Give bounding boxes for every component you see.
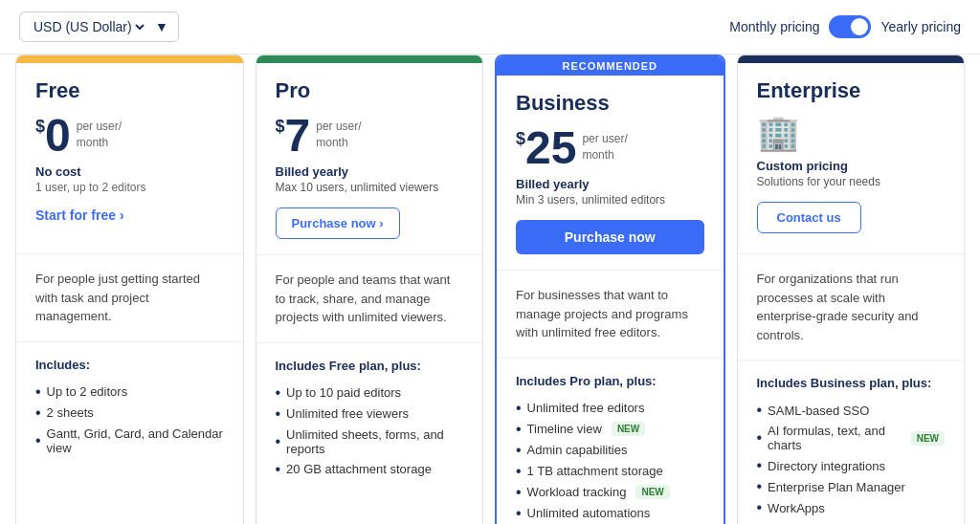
- feature-text: 1 TB attachment storage: [527, 464, 663, 478]
- no-cost-label: No cost: [35, 164, 224, 179]
- price-amount: 7: [285, 113, 311, 159]
- pricing-toggle-switch[interactable]: [829, 15, 871, 38]
- plan-header: Enterprise 🏢 Custom pricing Solutions fo…: [738, 63, 965, 254]
- feature-text: Enterprise Plan Manager: [768, 480, 905, 494]
- plan-users: Min 3 users, unlimited editors: [516, 193, 704, 207]
- plan-cta: Purchase now ›: [276, 207, 464, 239]
- price-amount: 25: [525, 125, 576, 171]
- feature-text: Unlimited automations: [527, 506, 651, 520]
- feature-item: Unlimited free viewers: [276, 404, 464, 425]
- feature-item: WorkApps: [757, 497, 946, 518]
- plan-description: For businesses that want to manage proje…: [497, 271, 724, 359]
- feature-item: Unlimited sheets, forms, and reports: [276, 425, 464, 459]
- purchase-now-button-pro[interactable]: Purchase now ›: [276, 207, 400, 239]
- plan-billing: Billed yearly: [276, 164, 464, 179]
- plan-name: Pro: [276, 78, 464, 103]
- plans-container: Free $ 0 per user/month No cost 1 user, …: [0, 55, 980, 524]
- plan-name: Enterprise: [757, 78, 946, 103]
- feature-item: Unlimited free editors: [516, 398, 704, 419]
- feature-text: Timeline view: [527, 422, 602, 436]
- feature-item: Unlimited automations: [516, 503, 704, 524]
- feature-list: Up to 10 paid editorsUnlimited free view…: [276, 382, 464, 480]
- plan-price: $ 0 per user/month: [35, 113, 224, 159]
- top-bar: USD (US Dollar) ▼ Monthly pricing Yearly…: [0, 0, 980, 55]
- price-dollar: $: [516, 129, 525, 149]
- plan-cta: Purchase now: [516, 220, 704, 254]
- new-badge: NEW: [911, 431, 945, 446]
- feature-text: Unlimited free editors: [527, 401, 645, 415]
- feature-item: Up to 2 editors: [35, 382, 224, 403]
- features-title: Includes Pro plan, plus:: [516, 374, 704, 388]
- feature-text: 20 GB attachment storage: [286, 462, 432, 476]
- feature-text: WorkApps: [768, 501, 825, 515]
- plan-header: Business $ 25 per user/month Billed year…: [497, 76, 724, 271]
- currency-selector[interactable]: USD (US Dollar) ▼: [19, 11, 179, 42]
- features-title: Includes:: [35, 358, 224, 372]
- contact-us-button[interactable]: Contact us: [757, 202, 861, 233]
- price-amount: 0: [45, 113, 71, 159]
- plan-features: Includes Business plan, plus: SAML-based…: [738, 360, 965, 524]
- plan-header: Pro $ 7 per user/month Billed yearly Max…: [256, 63, 483, 255]
- feature-item: 20 GB attachment storage: [276, 459, 464, 480]
- feature-item: Up to 10 paid editors: [276, 382, 464, 404]
- feature-list: Up to 2 editors2 sheetsGantt, Grid, Card…: [35, 382, 224, 458]
- enterprise-building-icon: 🏢: [757, 113, 946, 153]
- plan-description: For people and teams that want to track,…: [256, 255, 483, 343]
- feature-text: Up to 2 editors: [47, 384, 128, 399]
- feature-text: AI formulas, text, and charts: [768, 424, 902, 452]
- feature-text: Up to 10 paid editors: [286, 385, 401, 400]
- feature-list: SAML-based SSOAI formulas, text, and cha…: [757, 400, 946, 524]
- plan-cta: Contact us: [757, 202, 946, 233]
- feature-list: Unlimited free editorsTimeline viewNEWAd…: [516, 398, 704, 524]
- plan-features: Includes Pro plan, plus: Unlimited free …: [497, 359, 724, 525]
- plan-name: Free: [35, 78, 224, 103]
- dropdown-arrow-icon: ▼: [155, 19, 168, 34]
- feature-item: SAML-based SSO: [757, 400, 946, 421]
- purchase-now-button-business[interactable]: Purchase now: [516, 220, 704, 254]
- custom-pricing-sub: Solutions for your needs: [757, 175, 946, 188]
- plan-price: $ 7 per user/month: [276, 113, 464, 159]
- feature-item: AI formulas, text, and chartsNEW: [757, 421, 946, 455]
- plan-description: For people just getting started with tas…: [16, 254, 243, 342]
- feature-item: Timeline viewNEW: [516, 419, 704, 440]
- price-period: per user/month: [316, 119, 361, 151]
- feature-text: Unlimited sheets, forms, and reports: [286, 427, 463, 456]
- feature-item: Directory integrations: [757, 455, 946, 476]
- plan-description: For organizations that run processes at …: [738, 254, 965, 360]
- plan-card-enterprise: Enterprise 🏢 Custom pricing Solutions fo…: [737, 55, 966, 524]
- new-badge: NEW: [612, 422, 645, 436]
- plan-card-free: Free $ 0 per user/month No cost 1 user, …: [15, 55, 244, 524]
- price-period: per user/month: [582, 131, 627, 164]
- features-title: Includes Free plan, plus:: [276, 359, 464, 373]
- yearly-pricing-label: Yearly pricing: [880, 19, 961, 34]
- plan-features: Includes: Up to 2 editors2 sheetsGantt, …: [16, 342, 243, 473]
- feature-text: Unlimited free viewers: [286, 406, 409, 421]
- feature-text: Workload tracking: [527, 485, 627, 499]
- plan-top-bar: [256, 55, 483, 63]
- start-free-button[interactable]: Start for free ›: [35, 207, 124, 223]
- currency-dropdown[interactable]: USD (US Dollar): [30, 18, 147, 35]
- feature-item: Admin capabilities: [516, 440, 704, 461]
- custom-pricing-label: Custom pricing: [757, 159, 946, 173]
- new-badge: NEW: [635, 485, 669, 499]
- recommended-badge: RECOMMENDED: [497, 56, 724, 76]
- toggle-knob: [851, 18, 868, 35]
- plan-card-business: RECOMMENDED Business $ 25 per user/month…: [495, 55, 725, 524]
- feature-item: Enterprise Plan Manager: [757, 476, 946, 497]
- feature-item: Gantt, Grid, Card, and Calendar view: [35, 424, 224, 458]
- plan-users: Max 10 users, unlimited viewers: [276, 181, 464, 194]
- price-dollar: $: [35, 117, 45, 137]
- plan-price: $ 25 per user/month: [516, 125, 704, 171]
- plan-name: Business: [516, 91, 704, 116]
- feature-item: 2 sheets: [35, 403, 224, 424]
- plan-card-pro: Pro $ 7 per user/month Billed yearly Max…: [256, 55, 484, 524]
- monthly-pricing-label: Monthly pricing: [729, 19, 819, 34]
- price-dollar: $: [276, 117, 285, 137]
- plan-cta: Start for free ›: [35, 207, 224, 223]
- feature-item: Workload trackingNEW: [516, 482, 704, 503]
- plan-top-bar: [16, 55, 243, 63]
- plan-top-bar: [738, 55, 965, 63]
- feature-text: Gantt, Grid, Card, and Calendar view: [47, 426, 224, 455]
- no-cost-sub: 1 user, up to 2 editors: [35, 181, 224, 194]
- feature-text: Admin capabilities: [527, 443, 628, 457]
